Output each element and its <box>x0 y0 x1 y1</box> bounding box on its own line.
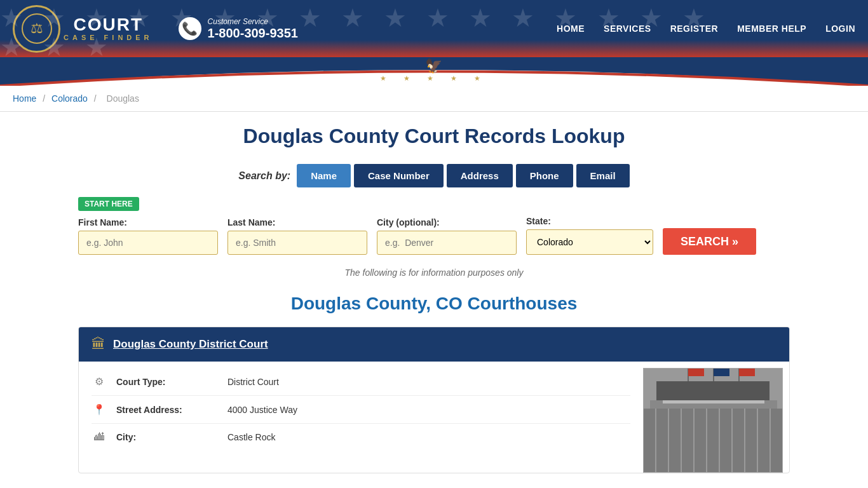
address-value: 4000 Justice Way <box>227 405 297 415</box>
svg-rect-10 <box>752 407 759 458</box>
logo-case-finder-label: CASE FINDER <box>64 34 153 41</box>
search-form: First Name: Last Name: City (optional): … <box>78 216 790 255</box>
breadcrumb-sep-2: / <box>94 93 99 104</box>
main-nav: HOME SERVICES REGISTER MEMBER HELP LOGIN <box>557 24 855 34</box>
last-name-label: Last Name: <box>227 217 367 227</box>
breadcrumb-home[interactable]: Home <box>13 93 36 104</box>
courthouse-card: 🏛 Douglas County District Court ⚙ Court … <box>78 327 790 473</box>
first-name-group: First Name: <box>78 217 218 255</box>
nav-register[interactable]: REGISTER <box>670 24 719 34</box>
courthouse-card-header: 🏛 Douglas County District Court <box>79 327 789 362</box>
search-by-row: Search by: Name Case Number Address Phon… <box>78 164 790 187</box>
svg-rect-14 <box>688 426 701 445</box>
arch-stars: ★ ★ ★ ★ ★ <box>380 74 488 83</box>
breadcrumb: Home / Colorado / Douglas <box>0 86 868 112</box>
svg-rect-16 <box>726 426 739 445</box>
city-icon: 🏙 <box>92 431 107 443</box>
start-here-badge: START HERE <box>78 197 139 211</box>
city-detail-label: City: <box>116 432 218 442</box>
city-label: City (optional): <box>377 217 517 227</box>
main-content: Douglas County Court Records Lookup Sear… <box>53 112 815 488</box>
state-label: State: <box>526 216 653 226</box>
svg-rect-7 <box>704 407 712 458</box>
site-header: ⚖ COURT CASE FINDER 📞 Customer Service 1… <box>0 0 868 57</box>
courthouse-details: ⚙ Court Type: District Court 📍 Street Ad… <box>79 362 643 473</box>
courthouse-card-body: ⚙ Court Type: District Court 📍 Street Ad… <box>79 362 789 473</box>
nav-login[interactable]: LOGIN <box>825 24 855 34</box>
detail-court-type: ⚙ Court Type: District Court <box>92 368 630 396</box>
city-detail-value: Castle Rock <box>227 432 275 442</box>
search-button[interactable]: SEARCH » <box>663 228 756 255</box>
courthouse-building-svg <box>644 369 783 470</box>
courthouse-name[interactable]: Douglas County District Court <box>113 338 268 351</box>
state-group: State: AlabamaAlaskaArizonaArkansasCalif… <box>526 216 653 255</box>
tab-name[interactable]: Name <box>297 164 351 187</box>
logo-badge: ⚖ <box>13 5 60 53</box>
page-title: Douglas County Court Records Lookup <box>78 125 790 148</box>
tab-email[interactable]: Email <box>576 164 630 187</box>
svg-rect-5 <box>672 407 680 458</box>
last-name-input[interactable] <box>227 231 367 255</box>
svg-rect-9 <box>736 407 743 458</box>
tab-phone[interactable]: Phone <box>516 164 573 187</box>
svg-rect-4 <box>656 407 664 458</box>
logo-text: COURT CASE FINDER <box>64 16 153 41</box>
tab-case-number[interactable]: Case Number <box>354 164 444 187</box>
svg-rect-23 <box>714 369 729 376</box>
svg-rect-6 <box>688 407 696 458</box>
nav-home[interactable]: HOME <box>557 24 585 34</box>
svg-rect-25 <box>739 369 755 376</box>
svg-text:⚖: ⚖ <box>31 20 43 36</box>
svg-rect-13 <box>669 426 682 445</box>
nav-member-help[interactable]: MEMBER HELP <box>737 24 806 34</box>
detail-city: 🏙 City: Castle Rock <box>92 424 630 451</box>
courthouse-image <box>643 368 783 473</box>
court-type-label: Court Type: <box>116 377 218 387</box>
search-by-label: Search by: <box>238 170 290 182</box>
address-label: Street Address: <box>116 405 218 415</box>
svg-rect-12 <box>663 381 764 403</box>
cs-label: Customer Service <box>208 17 298 26</box>
svg-rect-3 <box>644 419 783 470</box>
svg-rect-8 <box>720 407 728 458</box>
tab-address[interactable]: Address <box>447 164 513 187</box>
logo-container: ⚖ COURT CASE FINDER <box>13 5 153 53</box>
svg-rect-17 <box>745 426 758 445</box>
city-group: City (optional): <box>377 217 517 255</box>
customer-service: 📞 Customer Service 1-800-309-9351 <box>179 17 298 41</box>
court-type-value: District Court <box>227 377 279 387</box>
breadcrumb-state[interactable]: Colorado <box>51 93 88 104</box>
cs-phone: 1-800-309-9351 <box>208 26 298 41</box>
info-note: The following is for information purpose… <box>78 268 790 278</box>
eagle-area: 🦅 ★ ★ ★ ★ ★ <box>380 59 488 83</box>
city-input[interactable] <box>377 231 517 255</box>
svg-rect-2 <box>644 369 783 470</box>
first-name-input[interactable] <box>78 231 218 255</box>
courthouses-title: Douglas County, CO Courthouses <box>78 294 790 314</box>
cs-text: Customer Service 1-800-309-9351 <box>208 17 298 41</box>
svg-rect-19 <box>717 445 733 470</box>
last-name-group: Last Name: <box>227 217 367 255</box>
phone-icon: 📞 <box>179 17 201 40</box>
state-select[interactable]: AlabamaAlaskaArizonaArkansasCaliforniaCo… <box>526 229 653 255</box>
first-name-label: First Name: <box>78 217 218 227</box>
address-pin-icon: 📍 <box>92 403 107 416</box>
svg-rect-21 <box>688 369 704 376</box>
courthouse-building-icon: 🏛 <box>92 336 105 353</box>
logo-court-label: COURT <box>74 16 144 34</box>
svg-rect-15 <box>707 426 720 445</box>
form-container: START HERE First Name: Last Name: City (… <box>78 197 790 255</box>
breadcrumb-sep-1: / <box>43 93 48 104</box>
nav-services[interactable]: SERVICES <box>604 24 651 34</box>
arch-decoration: 🦅 ★ ★ ★ ★ ★ <box>0 57 868 86</box>
breadcrumb-county: Douglas <box>107 93 139 104</box>
detail-address: 📍 Street Address: 4000 Justice Way <box>92 396 630 424</box>
eagle-icon: 🦅 <box>425 59 442 73</box>
court-type-icon: ⚙ <box>92 376 107 388</box>
svg-rect-18 <box>698 445 714 470</box>
